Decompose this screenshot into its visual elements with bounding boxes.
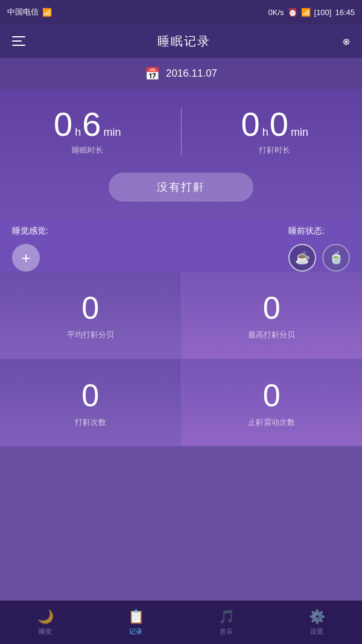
- date-display: 2016.11.07: [166, 68, 217, 80]
- snore-minutes: 0: [270, 107, 288, 141]
- records-nav-icon: 📋: [128, 609, 144, 625]
- nav-sleep[interactable]: 🌙 睡觉: [0, 604, 91, 641]
- alarm-icon: ⏰: [288, 8, 297, 17]
- nav-settings[interactable]: ⚙️ 设置: [272, 604, 362, 641]
- music-nav-label: 音乐: [220, 627, 233, 636]
- max-snore-db-label: 最高打鼾分贝: [248, 330, 295, 340]
- sleep-hours: 0: [54, 107, 72, 141]
- stats-grid: 0 平均打鼾分贝 0 最高打鼾分贝 0 打鼾次数 0 止鼾震动次数: [0, 272, 362, 446]
- snore-button[interactable]: 没有打鼾: [109, 173, 253, 202]
- settings-nav-icon: ⚙️: [309, 609, 325, 625]
- snore-duration-block: 0 h 0 min 打鼾时长: [188, 107, 363, 156]
- feeling-section: 睡觉感觉: + 睡前状态: ☕ 🍵: [0, 220, 362, 272]
- sleep-duration-number: 0 h 6 min: [54, 107, 121, 141]
- wifi-icon: 📶: [301, 8, 311, 17]
- menu-button[interactable]: [12, 36, 25, 46]
- max-snore-db-value: 0: [263, 290, 281, 326]
- settings-nav-label: 设置: [310, 627, 323, 636]
- signal-icon: 📶: [42, 8, 52, 17]
- snore-count-label: 打鼾次数: [75, 417, 106, 428]
- snore-hours: 0: [241, 107, 260, 141]
- max-snore-db-cell: 0 最高打鼾分贝: [182, 272, 363, 359]
- network-speed: 0K/s: [268, 8, 284, 17]
- records-nav-label: 记录: [129, 627, 142, 636]
- stats-row: 0 h 6 min 睡眠时长 0 h 0 min 打鼾时长: [0, 107, 362, 156]
- sleep-stats-section: 0 h 6 min 睡眠时长 0 h 0 min 打鼾时长 没有打鼾: [0, 89, 362, 220]
- vibration-count-value: 0: [263, 377, 281, 413]
- time-display: 16:45: [335, 8, 355, 17]
- sleep-duration-label: 睡眠时长: [72, 145, 103, 156]
- state-icon-coffee1[interactable]: ☕: [288, 244, 316, 272]
- status-bar: 中国电信 📶 0K/s ⏰ 📶 [100] 16:45: [0, 0, 362, 24]
- nav-records[interactable]: 📋 记录: [91, 604, 181, 641]
- share-button[interactable]: ⎈: [343, 34, 350, 48]
- bottom-nav: 🌙 睡觉 📋 记录 🎵 音乐 ⚙️ 设置: [0, 601, 362, 644]
- snore-hours-unit: h: [262, 126, 268, 139]
- vibration-count-label: 止鼾震动次数: [248, 417, 295, 428]
- carrier-text: 中国电信: [7, 7, 39, 18]
- snore-count-value: 0: [81, 377, 99, 413]
- avg-snore-db-value: 0: [81, 290, 99, 326]
- stat-divider: [181, 107, 182, 156]
- calendar-icon: 📅: [145, 66, 160, 81]
- state-icons: ☕ 🍵: [288, 244, 350, 272]
- sleep-hours-unit: h: [75, 126, 81, 139]
- sleep-duration-block: 0 h 6 min 睡眠时长: [0, 107, 175, 156]
- nav-music[interactable]: 🎵 音乐: [181, 604, 272, 641]
- state-col: 睡前状态: ☕ 🍵: [288, 226, 350, 272]
- date-row[interactable]: 📅 2016.11.07: [0, 58, 362, 89]
- feeling-row: 睡觉感觉: + 睡前状态: ☕ 🍵: [12, 226, 350, 272]
- feeling-label: 睡觉感觉:: [12, 226, 48, 237]
- feeling-col: 睡觉感觉: +: [12, 226, 48, 272]
- avg-snore-db-cell: 0 平均打鼾分贝: [0, 272, 181, 359]
- state-label: 睡前状态:: [288, 226, 350, 237]
- snore-duration-label: 打鼾时长: [259, 145, 290, 156]
- page-title: 睡眠记录: [157, 33, 211, 49]
- sleep-nav-icon: 🌙: [37, 609, 54, 625]
- sleep-nav-label: 睡觉: [39, 627, 52, 636]
- vibration-count-cell: 0 止鼾震动次数: [182, 359, 363, 446]
- state-icon-coffee2[interactable]: 🍵: [322, 244, 350, 272]
- sleep-minutes: 6: [82, 107, 101, 141]
- snore-count-cell: 0 打鼾次数: [0, 359, 181, 446]
- snore-duration-number: 0 h 0 min: [241, 107, 308, 141]
- snore-minutes-unit: min: [291, 126, 308, 139]
- status-left: 中国电信 📶: [7, 7, 52, 18]
- battery-icon: [100]: [314, 8, 332, 17]
- feeling-icons: +: [12, 244, 48, 272]
- avg-snore-db-label: 平均打鼾分贝: [67, 330, 114, 340]
- add-feeling-button[interactable]: +: [12, 244, 40, 272]
- sleep-minutes-unit: min: [103, 126, 121, 139]
- status-right: 0K/s ⏰ 📶 [100] 16:45: [268, 8, 355, 17]
- header: 睡眠记录 ⎈: [0, 24, 362, 58]
- music-nav-icon: 🎵: [218, 609, 235, 625]
